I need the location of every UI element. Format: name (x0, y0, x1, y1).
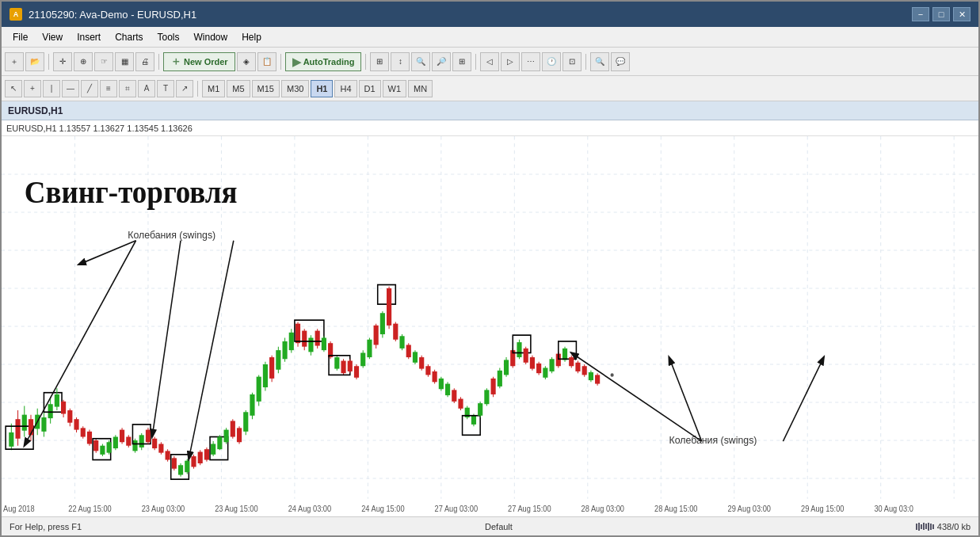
close-button[interactable]: ✕ (953, 7, 970, 21)
menu-insert[interactable]: Insert (71, 30, 107, 44)
svg-rect-57 (107, 442, 112, 452)
history-button[interactable]: 📋 (257, 52, 276, 71)
svg-rect-80 (178, 465, 183, 474)
svg-rect-72 (152, 439, 157, 448)
menu-window[interactable]: Window (188, 30, 235, 44)
sep4 (365, 54, 366, 70)
trade-icon[interactable]: ◈ (237, 52, 256, 71)
status-help: For Help, press F1 (10, 522, 82, 531)
vertical-line-tool[interactable]: | (43, 80, 60, 97)
search-button[interactable]: 🔍 (590, 52, 609, 71)
window-title: 21105290: Ava-Demo - EURUSD,H1 (29, 9, 196, 21)
tf-m15[interactable]: M15 (252, 80, 280, 97)
maximize-button[interactable]: □ (932, 7, 950, 21)
tf-h1[interactable]: H1 (311, 80, 333, 97)
tf-mn[interactable]: MN (408, 80, 433, 97)
menu-charts[interactable]: Charts (109, 30, 149, 44)
title-controls: − □ ✕ (912, 7, 970, 21)
svg-rect-42 (61, 402, 66, 414)
svg-rect-142 (367, 340, 372, 357)
grid-button[interactable]: ⊞ (452, 52, 471, 71)
zoom-in-button[interactable]: 🔍 (411, 52, 430, 71)
chart-symbol: EURUSD,H1 (8, 105, 63, 116)
memory-value: 438/0 kb (937, 522, 970, 531)
new-chart-button[interactable]: ＋ (5, 52, 24, 71)
title-bar: A 21105290: Ava-Demo - EURUSD,H1 − □ ✕ (2, 2, 978, 27)
fib-tool[interactable]: ⌗ (119, 80, 136, 97)
title-bar-left: A 21105290: Ava-Demo - EURUSD,H1 (10, 8, 196, 21)
menu-tools[interactable]: Tools (151, 30, 186, 44)
svg-rect-151 (393, 324, 398, 340)
cursor-tool[interactable]: ↖ (5, 80, 22, 97)
tf-m5[interactable]: M5 (227, 80, 250, 97)
tf-w1[interactable]: W1 (383, 80, 407, 97)
svg-rect-146 (380, 313, 385, 334)
svg-rect-91 (211, 444, 215, 454)
svg-text:23 Aug 15:00: 23 Aug 15:00 (215, 505, 257, 513)
svg-text:24 Aug 03:00: 24 Aug 03:00 (288, 505, 331, 513)
svg-rect-167 (445, 384, 450, 396)
zoom-out-button[interactable]: 🔎 (432, 52, 451, 71)
svg-rect-59 (113, 437, 118, 449)
comment-button[interactable]: 💬 (611, 52, 630, 71)
tf-d1[interactable]: D1 (359, 80, 381, 97)
menu-bar: File View Insert Charts Tools Window Hel… (2, 27, 978, 48)
svg-rect-140 (360, 352, 365, 366)
scroll-button[interactable]: ☞ (94, 52, 113, 71)
trendline-tool[interactable]: ╱ (81, 80, 98, 97)
zoom-button[interactable]: ⊕ (74, 52, 93, 71)
svg-rect-35 (41, 417, 46, 432)
print-button[interactable]: 🖨 (135, 52, 154, 71)
svg-rect-78 (172, 458, 177, 468)
sep2 (158, 54, 159, 70)
svg-rect-102 (243, 412, 248, 432)
svg-rect-120 (302, 331, 307, 347)
svg-rect-26 (15, 419, 20, 439)
svg-rect-40 (55, 394, 59, 407)
menu-file[interactable]: File (6, 30, 34, 44)
svg-text:Колебания (swings): Колебания (swings) (669, 434, 757, 447)
tf-m30[interactable]: M30 (281, 80, 309, 97)
right-scroll[interactable]: ▷ (501, 52, 520, 71)
tf-m1[interactable]: M1 (202, 80, 225, 97)
horizontal-line-tool[interactable]: — (62, 80, 79, 97)
svg-rect-74 (158, 444, 163, 452)
svg-rect-28 (22, 415, 27, 431)
svg-rect-24 (9, 432, 13, 447)
crosshair-tool[interactable]: + (24, 80, 41, 97)
crosshair-button[interactable]: ✛ (53, 52, 72, 71)
svg-rect-175 (471, 416, 476, 425)
left-scroll[interactable]: ◁ (480, 52, 499, 71)
open-button[interactable]: 📂 (25, 52, 44, 71)
svg-rect-190 (517, 342, 521, 357)
svg-rect-98 (231, 421, 235, 436)
svg-rect-37 (48, 404, 53, 418)
screenshot-button[interactable]: ⊡ (562, 52, 582, 71)
svg-rect-108 (263, 364, 268, 387)
svg-rect-118 (296, 324, 300, 344)
app-icon: A (10, 8, 22, 21)
more-button[interactable]: ⋯ (521, 52, 540, 71)
menu-view[interactable]: View (36, 30, 69, 44)
label-tool[interactable]: T (157, 80, 174, 97)
svg-text:Колебания (swings): Колебания (swings) (128, 229, 215, 242)
clock-button[interactable]: 🕐 (542, 52, 561, 71)
channel-tool[interactable]: ≡ (100, 80, 117, 97)
text-tool[interactable]: A (138, 80, 155, 97)
arrow-tool[interactable]: ↗ (176, 80, 193, 97)
minimize-button[interactable]: − (912, 7, 929, 21)
svg-rect-122 (308, 338, 313, 352)
period-button[interactable]: ↕ (391, 52, 410, 71)
bar-chart-button[interactable]: ▦ (115, 52, 134, 71)
svg-rect-214 (589, 372, 593, 380)
new-order-button[interactable]: ＋ New Order (163, 52, 235, 71)
menu-help[interactable]: Help (235, 30, 268, 44)
tf-h4[interactable]: H4 (334, 80, 357, 97)
svg-rect-144 (374, 326, 379, 345)
chart-area[interactable]: Свинг-торговля Колебания (swings) Колеба… (2, 136, 978, 516)
svg-rect-63 (126, 437, 131, 446)
status-memory: 438/0 kb (916, 522, 970, 531)
autotrading-button[interactable]: ▶ AutoTrading (285, 52, 362, 71)
indicator-button[interactable]: ⊞ (370, 52, 389, 71)
svg-rect-205 (562, 348, 567, 360)
